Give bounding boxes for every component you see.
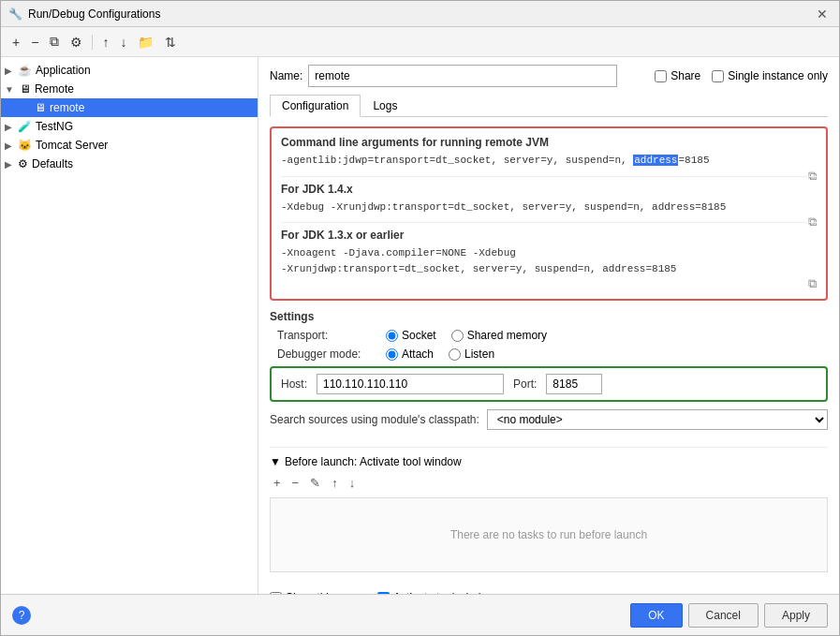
chevron-application-icon: ▶ — [5, 66, 12, 76]
jdk13-section: For JDK 1.3.x or earlier -Xnoagent -Djav… — [281, 222, 817, 276]
footer: ? OK Cancel Apply — [1, 594, 839, 635]
attach-radio[interactable] — [386, 348, 398, 361]
jdk13-code: -Xnoagent -Djava.compiler=NONE -Xdebug -… — [281, 245, 817, 276]
jvm-line1-end: =8185 — [678, 155, 709, 166]
move-down-button[interactable]: ↓ — [116, 33, 130, 52]
attach-label: Attach — [402, 348, 434, 361]
sidebar-remote-label: Remote — [35, 82, 74, 96]
tabs: Configuration Logs — [270, 95, 828, 117]
settings-title: Settings — [270, 310, 828, 323]
sidebar-item-testng[interactable]: ▶ 🧪 TestNG — [1, 117, 258, 136]
ok-button[interactable]: OK — [630, 603, 682, 628]
classpath-label: Search sources using module's classpath: — [270, 413, 479, 426]
footer-buttons: OK Cancel Apply — [630, 603, 828, 628]
shared-memory-radio-label[interactable]: Shared memory — [451, 329, 547, 342]
listen-radio-label[interactable]: Listen — [449, 348, 494, 361]
before-launch-add-button[interactable]: + — [270, 474, 285, 492]
jvm-line1: -agentlib:jdwp=transport=dt_socket, serv… — [281, 155, 633, 166]
before-launch-header: ▼ Before launch: Activate tool window — [270, 455, 828, 468]
sidebar-item-application[interactable]: ▶ ☕ Application — [1, 61, 258, 80]
remote-icon: 🖥 — [20, 82, 31, 96]
tasks-empty-message: There are no tasks to run before launch — [450, 528, 647, 541]
sidebar-item-defaults[interactable]: ▶ ⚙ Defaults — [1, 155, 258, 173]
host-label: Host: — [281, 377, 307, 391]
debugger-label: Debugger mode: — [277, 348, 371, 361]
config-section: Command line arguments for running remot… — [270, 126, 828, 301]
chevron-testng-icon: ▶ — [5, 122, 12, 132]
sort-button[interactable]: ⇅ — [161, 33, 180, 52]
settings-section: Settings Transport: Socket Shared memory… — [270, 310, 828, 439]
host-port-box: Host: Port: — [270, 366, 828, 402]
socket-radio[interactable] — [386, 330, 398, 342]
jdk13-line2: -Xrunjdwp:transport=dt_socket, server=y,… — [281, 261, 817, 277]
tasks-empty-area: There are no tasks to run before launch — [270, 497, 828, 572]
tab-logs[interactable]: Logs — [361, 95, 409, 117]
socket-radio-label[interactable]: Socket — [386, 329, 436, 342]
listen-label: Listen — [464, 348, 494, 361]
apply-button[interactable]: Apply — [764, 603, 828, 628]
cancel-button[interactable]: Cancel — [688, 603, 759, 628]
sidebar-testng-label: TestNG — [36, 120, 73, 133]
run-debug-window: 🔧 Run/Debug Configurations ✕ + − ⧉ ⚙ ↑ ↓… — [0, 0, 840, 636]
sidebar-application-label: Application — [36, 64, 91, 77]
close-button[interactable]: ✕ — [813, 7, 832, 22]
jvm-section: Command line arguments for running remot… — [281, 136, 817, 169]
jvm-code: -agentlib:jdwp=transport=dt_socket, serv… — [281, 153, 817, 169]
shared-memory-radio[interactable] — [451, 330, 464, 342]
jdk13-line1: -Xnoagent -Djava.compiler=NONE -Xdebug — [281, 245, 817, 261]
host-input[interactable] — [317, 374, 504, 394]
toolbar-separator — [92, 35, 93, 50]
chevron-remote-icon: ▼ — [5, 84, 14, 95]
before-launch-remove-button[interactable]: − — [288, 474, 303, 492]
single-instance-checkbox[interactable] — [712, 70, 724, 82]
add-config-button[interactable]: + — [8, 33, 23, 52]
share-checkbox[interactable] — [655, 70, 667, 82]
sidebar-item-tomcat[interactable]: ▶ 🐱 Tomcat Server — [1, 136, 258, 155]
title-bar: 🔧 Run/Debug Configurations ✕ — [1, 1, 839, 27]
folder-button[interactable]: 📁 — [134, 33, 157, 52]
settings-config-button[interactable]: ⚙ — [66, 33, 86, 52]
tab-configuration[interactable]: Configuration — [270, 95, 361, 117]
jdk14-title: For JDK 1.4.x — [281, 183, 817, 196]
jvm-title: Command line arguments for running remot… — [281, 136, 817, 149]
classpath-select[interactable]: <no module> — [487, 409, 828, 430]
header-checkboxes: Share Single instance only — [655, 69, 828, 82]
remove-config-button[interactable]: − — [27, 33, 42, 52]
before-launch-toolbar: + − ✎ ↑ ↓ — [270, 474, 828, 492]
sidebar-tomcat-label: Tomcat Server — [36, 139, 108, 152]
application-icon: ☕ — [18, 64, 32, 77]
move-up-button[interactable]: ↑ — [98, 33, 112, 52]
listen-radio[interactable] — [449, 348, 461, 361]
right-panel: Name: Share Single instance only Confi — [258, 57, 839, 594]
socket-label: Socket — [402, 329, 436, 342]
share-label: Share — [671, 69, 700, 82]
sidebar-defaults-label: Defaults — [32, 157, 73, 170]
attach-radio-label[interactable]: Attach — [386, 348, 434, 361]
remote-instance-icon: 🖥 — [35, 101, 46, 114]
sidebar-item-remote[interactable]: ▼ 🖥 Remote — [1, 80, 258, 98]
jdk14-code: -Xdebug -Xrunjdwp:transport=dt_socket, s… — [281, 200, 817, 215]
title-bar-left: 🔧 Run/Debug Configurations — [8, 7, 160, 21]
jdk13-title: For JDK 1.3.x or earlier — [281, 229, 817, 242]
debugger-row: Debugger mode: Attach Listen — [270, 348, 828, 361]
before-launch-up-button[interactable]: ↑ — [328, 474, 342, 492]
main-content: ▶ ☕ Application ▼ 🖥 Remote 🖥 remote ▶ 🧪 … — [1, 57, 839, 594]
port-input[interactable] — [546, 374, 602, 394]
chevron-tomcat-icon: ▶ — [5, 141, 12, 151]
tomcat-icon: 🐱 — [18, 139, 32, 152]
single-instance-checkbox-label[interactable]: Single instance only — [712, 69, 828, 82]
before-launch-edit-button[interactable]: ✎ — [306, 474, 324, 492]
copy-config-button[interactable]: ⧉ — [46, 32, 63, 52]
chevron-defaults-icon: ▶ — [5, 159, 12, 170]
name-label: Name: — [270, 69, 302, 82]
single-instance-label: Single instance only — [728, 69, 828, 82]
share-checkbox-label[interactable]: Share — [655, 69, 700, 82]
name-input[interactable] — [308, 65, 617, 87]
before-launch-down-button[interactable]: ↓ — [346, 474, 360, 492]
transport-label: Transport: — [277, 329, 371, 342]
jdk14-section: For JDK 1.4.x -Xdebug -Xrunjdwp:transpor… — [281, 176, 817, 215]
jdk13-copy-icon[interactable]: ⧉ — [808, 276, 817, 291]
help-button[interactable]: ? — [12, 606, 31, 625]
sidebar-item-remote-instance[interactable]: 🖥 remote — [1, 98, 258, 117]
window-icon: 🔧 — [8, 7, 22, 21]
